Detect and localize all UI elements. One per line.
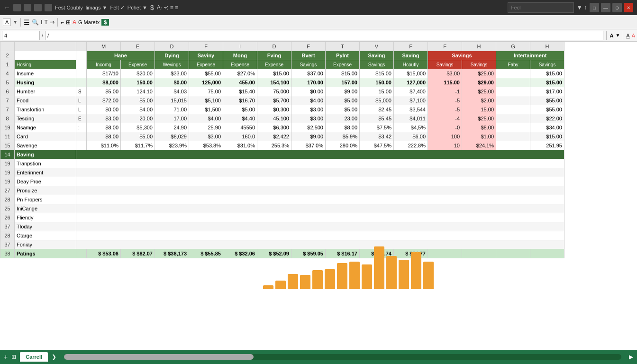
cell-6-f[interactable]: 75.00: [189, 87, 223, 96]
cell-8-h2[interactable]: $22.00: [530, 114, 564, 123]
cell-7a-d2[interactable]: $5,700: [257, 96, 291, 105]
edit-icon[interactable]: [34, 4, 42, 11]
cell-7b-d2[interactable]: $0,300: [257, 105, 291, 114]
cell-38-f3[interactable]: $ $84.77: [394, 249, 428, 258]
cell-38-v[interactable]: $ $26.74: [360, 249, 394, 258]
pen-icon[interactable]: [45, 4, 52, 11]
scroll-track[interactable]: [64, 354, 621, 360]
close-icon[interactable]: ✕: [624, 3, 633, 12]
cell-19a-e[interactable]: $5,300: [121, 123, 155, 132]
cell-7b-f4[interactable]: -5: [428, 105, 462, 114]
cell-11-t[interactable]: $5.9%: [326, 132, 360, 141]
cell-tescing-label[interactable]: Tescing: [15, 114, 76, 123]
cell-19a-t[interactable]: $8.00: [326, 123, 360, 132]
table-icon[interactable]: ⊞: [66, 19, 71, 26]
col-header-E[interactable]: E: [121, 42, 155, 51]
cell-19a-f[interactable]: 25.90: [189, 123, 223, 132]
cell-7b-f2[interactable]: $3.00: [291, 105, 326, 114]
cell-7a-i[interactable]: $16.70: [223, 96, 257, 105]
cell-husing-label[interactable]: Husing: [15, 78, 76, 87]
cell-5-m[interactable]: $8,000: [87, 78, 121, 87]
cell-4-i[interactable]: $27.0%: [223, 69, 257, 78]
cell-tloday[interactable]: Tloday: [15, 222, 76, 231]
cell-15-g[interactable]: [496, 141, 530, 150]
cell-19a-f2[interactable]: $2,500: [291, 123, 326, 132]
cell-4-f4[interactable]: $3.00: [428, 69, 462, 78]
spreadsheet-wrapper[interactable]: M E D F I D F T V F F H G H 2 Hane: [0, 42, 637, 350]
cell-19a-i[interactable]: 45550: [223, 123, 257, 132]
cell-19a-d[interactable]: 24.90: [155, 123, 189, 132]
cell-8-d[interactable]: 17.00: [155, 114, 189, 123]
menu-felt[interactable]: Felt ✓: [110, 5, 124, 11]
cell-6-h2[interactable]: $17.00: [530, 87, 564, 96]
cell-7b-d[interactable]: 71.00: [155, 105, 189, 114]
cell-6-v[interactable]: 15.00: [360, 87, 394, 96]
col-header-G[interactable]: G: [496, 42, 530, 51]
highlight-btn[interactable]: A: [632, 33, 635, 38]
formula-input[interactable]: /: [45, 31, 603, 40]
cell-7b-i[interactable]: $5.00: [223, 105, 257, 114]
dollar-tb-icon[interactable]: $: [101, 19, 109, 26]
cell-38-t[interactable]: $ $16.17: [326, 249, 360, 258]
cell-5-f[interactable]: 125,000: [189, 78, 223, 87]
text-size-icon[interactable]: T: [45, 19, 48, 26]
cell-19a-f4[interactable]: -0: [428, 123, 462, 132]
cell-7b-h2[interactable]: $55.00: [530, 105, 564, 114]
copy-icon[interactable]: [24, 4, 31, 11]
font-selector[interactable]: A: [3, 18, 11, 26]
col-header-F2[interactable]: F: [291, 42, 326, 51]
cell-15-t[interactable]: 280.0%: [326, 141, 360, 150]
cell-5-f4[interactable]: 115.00: [428, 78, 462, 87]
cell-38-h2[interactable]: [530, 249, 564, 258]
cell-6-e[interactable]: 124.10: [121, 87, 155, 96]
cell-19a-f3[interactable]: $4,5%: [394, 123, 428, 132]
cell-8-f[interactable]: $4.00: [189, 114, 223, 123]
cell-15-m[interactable]: $11.0%: [87, 141, 121, 150]
cell-8-i[interactable]: $4.40: [223, 114, 257, 123]
cell-8-e[interactable]: 20.00: [121, 114, 155, 123]
cell-15-d[interactable]: $23.9%: [155, 141, 189, 150]
cell-5-d[interactable]: $0.00: [155, 78, 189, 87]
cell-6-g[interactable]: [496, 87, 530, 96]
cell-7a-f2[interactable]: $4.00: [291, 96, 326, 105]
maximize-icon[interactable]: —: [601, 3, 610, 12]
cell-19a-h[interactable]: $8.00: [462, 123, 496, 132]
cell-19a-v[interactable]: $7.5%: [360, 123, 394, 132]
cell-8-t[interactable]: 23.00: [326, 114, 360, 123]
cell-patings-label[interactable]: Patings: [15, 249, 76, 258]
cell-15-f3[interactable]: 222.8%: [394, 141, 428, 150]
cell-6-t[interactable]: $9.00: [326, 87, 360, 96]
cell-8-v[interactable]: $5.45: [360, 114, 394, 123]
highlight-icon[interactable]: A: [73, 19, 76, 26]
cell-15-h[interactable]: $24.1%: [462, 141, 496, 150]
cell-15-v[interactable]: $47.5%: [360, 141, 394, 150]
cell-38-i[interactable]: $ $32.06: [223, 249, 257, 258]
bold-btn[interactable]: A: [610, 33, 613, 38]
cell-7b-t[interactable]: $5.00: [326, 105, 360, 114]
cell-19a-d2[interactable]: $6,300: [257, 123, 291, 132]
menu-limags[interactable]: limags ▼: [86, 5, 108, 10]
cell-5-g[interactable]: [496, 78, 530, 87]
cell-7b-g[interactable]: [496, 105, 530, 114]
cell-6-d[interactable]: $4.03: [155, 87, 189, 96]
sheet-tab-carrell[interactable]: Carrell: [20, 352, 48, 362]
cell-5-i[interactable]: 455.00: [223, 78, 257, 87]
cell-11-h2[interactable]: $15.00: [530, 132, 564, 141]
col-header-M[interactable]: M: [87, 42, 121, 51]
cell-11-e[interactable]: $5.00: [121, 132, 155, 141]
cell-15-e[interactable]: $11.7%: [121, 141, 155, 150]
cell-5-v[interactable]: 150.00: [360, 78, 394, 87]
cell-11-v[interactable]: $3.42: [360, 132, 394, 141]
cell-11-h[interactable]: $1.00: [462, 132, 496, 141]
sheet-nav-icon[interactable]: ❯: [52, 354, 56, 360]
cell-pnfropers[interactable]: Pn Fropers: [15, 195, 76, 204]
cell-38-f4[interactable]: [428, 249, 462, 258]
cell-6-i[interactable]: $15.40: [223, 87, 257, 96]
col-header-I[interactable]: I: [223, 42, 257, 51]
cell-4-f3[interactable]: $15,000: [394, 69, 428, 78]
cell-15-i[interactable]: $31.0%: [223, 141, 257, 150]
cell-7b-v[interactable]: $2.45: [360, 105, 394, 114]
cell-4-d[interactable]: $33.00: [155, 69, 189, 78]
cell-insume-label[interactable]: Insume: [15, 69, 76, 78]
cell-11-f4[interactable]: 100: [428, 132, 462, 141]
